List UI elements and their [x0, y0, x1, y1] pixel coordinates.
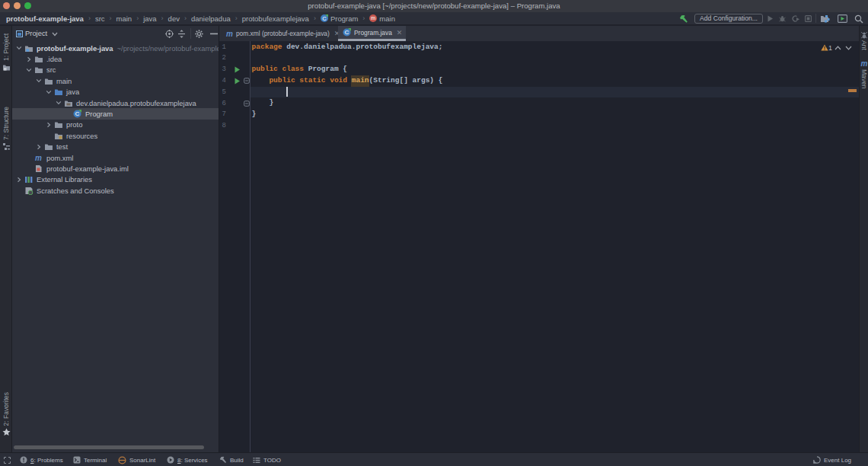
svg-text:m: m	[371, 15, 375, 21]
svg-text:C: C	[322, 15, 327, 22]
svg-text:C: C	[345, 29, 349, 36]
svg-text:C: C	[75, 110, 80, 117]
